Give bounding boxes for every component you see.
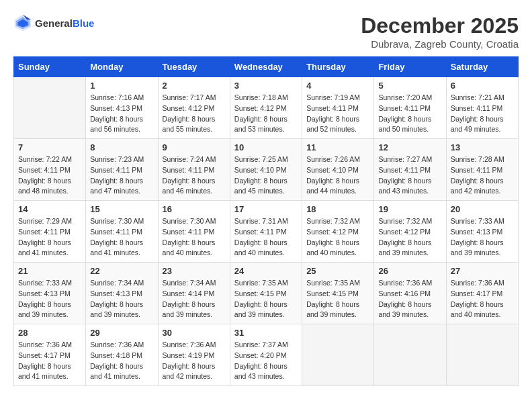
day-number: 10 xyxy=(234,142,298,152)
calendar-cell: 20Sunrise: 7:33 AMSunset: 4:13 PMDayligh… xyxy=(446,201,518,263)
location: Dubrava, Zagreb County, Croatia xyxy=(361,38,519,50)
day-info: Sunrise: 7:36 AMSunset: 4:17 PMDaylight:… xyxy=(18,340,81,382)
logo: GeneralBlue xyxy=(13,13,94,32)
calendar-cell: 30Sunrise: 7:36 AMSunset: 4:19 PMDayligh… xyxy=(158,324,230,386)
day-info: Sunrise: 7:25 AMSunset: 4:10 PMDaylight:… xyxy=(234,154,298,197)
calendar-cell: 16Sunrise: 7:30 AMSunset: 4:11 PMDayligh… xyxy=(158,201,230,263)
day-info: Sunrise: 7:23 AMSunset: 4:11 PMDaylight:… xyxy=(90,154,153,197)
calendar-cell: 17Sunrise: 7:31 AMSunset: 4:11 PMDayligh… xyxy=(230,201,302,263)
day-number: 18 xyxy=(306,204,369,214)
calendar-cell: 11Sunrise: 7:26 AMSunset: 4:10 PMDayligh… xyxy=(302,139,374,201)
calendar-cell: 31Sunrise: 7:37 AMSunset: 4:20 PMDayligh… xyxy=(230,324,302,386)
logo-icon xyxy=(13,13,32,32)
calendar-cell: 12Sunrise: 7:27 AMSunset: 4:11 PMDayligh… xyxy=(374,139,446,201)
calendar-cell: 10Sunrise: 7:25 AMSunset: 4:10 PMDayligh… xyxy=(230,139,302,201)
calendar-cell: 26Sunrise: 7:36 AMSunset: 4:16 PMDayligh… xyxy=(374,263,446,324)
day-number: 16 xyxy=(163,204,226,214)
day-number: 23 xyxy=(163,266,226,276)
col-header-wednesday: Wednesday xyxy=(230,57,302,77)
calendar-week-1: 1Sunrise: 7:16 AMSunset: 4:13 PMDaylight… xyxy=(14,77,519,139)
calendar-cell: 15Sunrise: 7:30 AMSunset: 4:11 PMDayligh… xyxy=(86,201,158,263)
calendar-cell: 27Sunrise: 7:36 AMSunset: 4:17 PMDayligh… xyxy=(446,263,518,324)
calendar-week-3: 14Sunrise: 7:29 AMSunset: 4:11 PMDayligh… xyxy=(14,201,519,263)
month-title: December 2025 xyxy=(361,13,519,38)
day-number: 20 xyxy=(451,204,514,214)
calendar-cell: 4Sunrise: 7:19 AMSunset: 4:11 PMDaylight… xyxy=(302,77,374,139)
calendar-cell: 24Sunrise: 7:35 AMSunset: 4:15 PMDayligh… xyxy=(230,263,302,324)
day-number: 15 xyxy=(90,204,153,214)
calendar-header-row: SundayMondayTuesdayWednesdayThursdayFrid… xyxy=(14,57,519,77)
day-number: 31 xyxy=(234,328,298,338)
col-header-thursday: Thursday xyxy=(302,57,374,77)
calendar-cell: 1Sunrise: 7:16 AMSunset: 4:13 PMDaylight… xyxy=(86,77,158,139)
day-number: 29 xyxy=(90,328,153,338)
day-info: Sunrise: 7:24 AMSunset: 4:11 PMDaylight:… xyxy=(163,154,226,197)
day-info: Sunrise: 7:34 AMSunset: 4:13 PMDaylight:… xyxy=(90,278,153,320)
calendar-cell: 13Sunrise: 7:28 AMSunset: 4:11 PMDayligh… xyxy=(446,139,518,201)
day-number: 22 xyxy=(90,266,153,276)
col-header-tuesday: Tuesday xyxy=(158,57,230,77)
day-info: Sunrise: 7:30 AMSunset: 4:11 PMDaylight:… xyxy=(163,216,226,259)
day-info: Sunrise: 7:22 AMSunset: 4:11 PMDaylight:… xyxy=(18,154,81,197)
calendar-cell xyxy=(374,324,446,386)
calendar-cell: 23Sunrise: 7:34 AMSunset: 4:14 PMDayligh… xyxy=(158,263,230,324)
day-info: Sunrise: 7:36 AMSunset: 4:19 PMDaylight:… xyxy=(163,340,226,382)
day-info: Sunrise: 7:31 AMSunset: 4:11 PMDaylight:… xyxy=(234,216,298,259)
col-header-friday: Friday xyxy=(374,57,446,77)
day-info: Sunrise: 7:36 AMSunset: 4:16 PMDaylight:… xyxy=(378,278,441,320)
calendar-cell: 7Sunrise: 7:22 AMSunset: 4:11 PMDaylight… xyxy=(14,139,86,201)
day-info: Sunrise: 7:36 AMSunset: 4:17 PMDaylight:… xyxy=(451,278,514,320)
col-header-sunday: Sunday xyxy=(14,57,86,77)
day-info: Sunrise: 7:26 AMSunset: 4:10 PMDaylight:… xyxy=(306,154,369,197)
day-number: 12 xyxy=(378,142,441,152)
day-info: Sunrise: 7:19 AMSunset: 4:11 PMDaylight:… xyxy=(306,93,369,135)
day-info: Sunrise: 7:27 AMSunset: 4:11 PMDaylight:… xyxy=(378,154,441,197)
logo-general-text: General xyxy=(35,17,73,29)
calendar-cell: 14Sunrise: 7:29 AMSunset: 4:11 PMDayligh… xyxy=(14,201,86,263)
day-info: Sunrise: 7:16 AMSunset: 4:13 PMDaylight:… xyxy=(90,93,153,135)
calendar-cell: 6Sunrise: 7:21 AMSunset: 4:11 PMDaylight… xyxy=(446,77,518,139)
calendar-cell: 5Sunrise: 7:20 AMSunset: 4:11 PMDaylight… xyxy=(374,77,446,139)
day-number: 2 xyxy=(163,81,226,91)
day-number: 21 xyxy=(18,266,81,276)
day-info: Sunrise: 7:34 AMSunset: 4:14 PMDaylight:… xyxy=(163,278,226,320)
day-number: 24 xyxy=(234,266,298,276)
calendar-cell: 28Sunrise: 7:36 AMSunset: 4:17 PMDayligh… xyxy=(14,324,86,386)
day-info: Sunrise: 7:36 AMSunset: 4:18 PMDaylight:… xyxy=(90,340,153,382)
calendar-cell: 25Sunrise: 7:35 AMSunset: 4:15 PMDayligh… xyxy=(302,263,374,324)
col-header-monday: Monday xyxy=(86,57,158,77)
calendar-cell: 8Sunrise: 7:23 AMSunset: 4:11 PMDaylight… xyxy=(86,139,158,201)
day-number: 3 xyxy=(234,81,298,91)
day-number: 28 xyxy=(18,328,81,338)
day-number: 6 xyxy=(451,81,514,91)
day-number: 1 xyxy=(90,81,153,91)
calendar-cell: 22Sunrise: 7:34 AMSunset: 4:13 PMDayligh… xyxy=(86,263,158,324)
calendar-cell xyxy=(446,324,518,386)
day-info: Sunrise: 7:29 AMSunset: 4:11 PMDaylight:… xyxy=(18,216,81,259)
day-info: Sunrise: 7:33 AMSunset: 4:13 PMDaylight:… xyxy=(451,216,514,259)
calendar-cell: 19Sunrise: 7:32 AMSunset: 4:12 PMDayligh… xyxy=(374,201,446,263)
day-info: Sunrise: 7:18 AMSunset: 4:12 PMDaylight:… xyxy=(234,93,298,135)
day-number: 7 xyxy=(18,142,81,152)
day-number: 19 xyxy=(378,204,441,214)
day-info: Sunrise: 7:17 AMSunset: 4:12 PMDaylight:… xyxy=(163,93,226,135)
day-number: 26 xyxy=(378,266,441,276)
day-number: 4 xyxy=(306,81,369,91)
calendar-cell xyxy=(302,324,374,386)
day-info: Sunrise: 7:32 AMSunset: 4:12 PMDaylight:… xyxy=(378,216,441,259)
calendar-cell: 21Sunrise: 7:33 AMSunset: 4:13 PMDayligh… xyxy=(14,263,86,324)
day-number: 8 xyxy=(90,142,153,152)
logo-text: GeneralBlue xyxy=(35,17,94,29)
page-header: GeneralBlue December 2025 Dubrava, Zagre… xyxy=(13,13,519,50)
day-info: Sunrise: 7:21 AMSunset: 4:11 PMDaylight:… xyxy=(451,93,514,135)
day-number: 17 xyxy=(234,204,298,214)
day-info: Sunrise: 7:20 AMSunset: 4:11 PMDaylight:… xyxy=(378,93,441,135)
day-number: 11 xyxy=(306,142,369,152)
logo-blue-text: Blue xyxy=(73,17,95,29)
day-info: Sunrise: 7:37 AMSunset: 4:20 PMDaylight:… xyxy=(234,340,298,382)
calendar-cell: 3Sunrise: 7:18 AMSunset: 4:12 PMDaylight… xyxy=(230,77,302,139)
calendar-week-5: 28Sunrise: 7:36 AMSunset: 4:17 PMDayligh… xyxy=(14,324,519,386)
calendar-cell: 18Sunrise: 7:32 AMSunset: 4:12 PMDayligh… xyxy=(302,201,374,263)
day-number: 30 xyxy=(163,328,226,338)
day-number: 25 xyxy=(306,266,369,276)
